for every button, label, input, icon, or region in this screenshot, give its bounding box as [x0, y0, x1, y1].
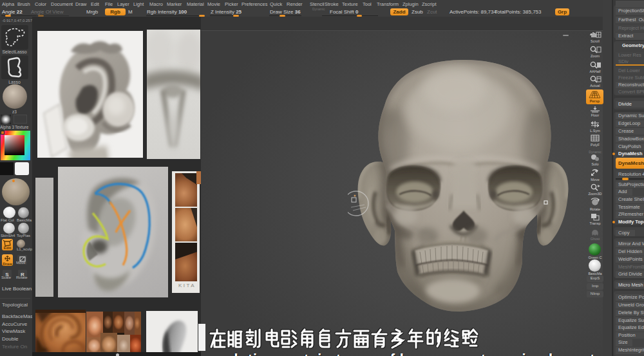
svg-text:Edit: Edit [4, 246, 11, 250]
svg-text:Draw: Draw [3, 262, 12, 266]
